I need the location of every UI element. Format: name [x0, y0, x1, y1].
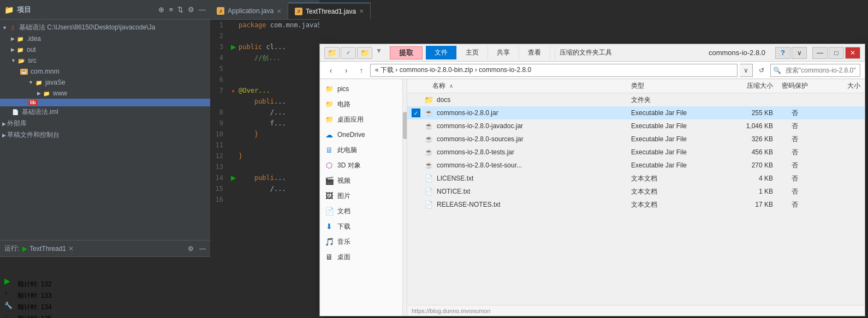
tree-item-idea[interactable]: ▶ 📁 .idea [0, 33, 210, 44]
file-name-release: RELEASE-NOTES.txt [437, 201, 631, 208]
col-header-password[interactable]: 密码保护 [773, 81, 817, 91]
run-gear-icon[interactable]: ⚙ [188, 245, 194, 253]
checkbox-sources[interactable] [412, 135, 420, 143]
sidebar-label-3d: 3D 对象 [337, 161, 361, 170]
col-header-type[interactable]: 类型 [631, 81, 718, 91]
checkbox-license[interactable] [412, 174, 420, 183]
fe-search-input[interactable] [783, 67, 860, 74]
checkbox-docs[interactable] [412, 95, 420, 104]
fe-maximize-btn[interactable]: □ [829, 47, 844, 59]
file-type-javadoc: Executable Jar File [631, 122, 718, 130]
minimize-icon[interactable]: — [199, 5, 206, 14]
file-row-docs[interactable]: 📁 docs 文件夹 [407, 93, 865, 106]
file-name-tests: commons-io-2.8.0-tests.jar [437, 148, 631, 156]
file-row-jar-main[interactable]: ✓ ☕ commons-io-2.8.0.jar Executable Jar … [407, 106, 865, 119]
fe-back-btn[interactable]: ‹ [324, 64, 337, 77]
code-line-8: 8 /... [210, 107, 319, 118]
sidebar-item-desktop-app[interactable]: 📁 桌面应用 [320, 112, 407, 127]
run-play-icon[interactable]: ▶ [4, 277, 13, 285]
file-row-license[interactable]: 📄 LICENSE.txt 文本文档 4 KB 否 [407, 172, 865, 185]
file-row-notice[interactable]: 📄 NOTICE.txt 文本文档 1 KB 否 [407, 185, 865, 198]
file-size-sources: 326 KB [718, 135, 773, 143]
sidebar-item-documents[interactable]: 📄 文档 [320, 203, 407, 219]
fe-address-path[interactable]: « 下载 › commons-io-2.8.0-bin.zip › common… [370, 64, 738, 77]
txt-icon-notice: 📄 [424, 187, 433, 196]
checkbox-test-sour[interactable] [412, 161, 420, 170]
fe-forward-btn[interactable]: › [340, 64, 353, 77]
sidebar-item-pictures[interactable]: 🖼 图片 [320, 188, 407, 203]
run-up-icon[interactable]: ↑ [4, 290, 13, 297]
checkbox-release[interactable] [412, 200, 420, 209]
tree-item-out[interactable]: ▶ 📁 out [0, 44, 210, 55]
tab-share[interactable]: 共享 [488, 46, 519, 59]
jar-icon-test-sour: ☕ [424, 160, 433, 170]
tree-item-javase[interactable]: ▼ 📁 javaSe [0, 77, 210, 88]
code-line-12: 12 } [210, 151, 319, 161]
sidebar-item-pics[interactable]: 📁 pics [320, 81, 407, 97]
fe-up-btn[interactable]: ↑ [355, 64, 368, 77]
tree-item-module[interactable]: ▼ J 基础语法 C:\Users\86150\Desktop\javacode… [0, 22, 210, 33]
list-icon[interactable]: ≡ [169, 5, 173, 14]
tree-item-lib[interactable]: lib [0, 99, 210, 106]
col-header-name[interactable]: 名称 ∧ [432, 81, 631, 91]
sidebar-item-this-pc[interactable]: 🖥 此电脑 [320, 142, 407, 158]
file-row-test-sour[interactable]: ☕ commons-io-2.8.0-test-sour... Executab… [407, 159, 865, 172]
sidebar-item-desktop[interactable]: 🖥 桌面 [320, 249, 407, 265]
sort-icon[interactable]: ⇅ [177, 5, 183, 14]
fe-ribbon-tabs: 文件 主页 共享 查看 压缩的文件夹工具 [426, 46, 699, 59]
sidebar-item-video[interactable]: 🎬 视频 [320, 173, 407, 188]
tab-application-close[interactable]: ✕ [277, 8, 281, 14]
checkbox-jar-main[interactable]: ✓ [412, 109, 420, 117]
file-row-tests[interactable]: ☕ commons-io-2.8.0-tests.jar Executable … [407, 146, 865, 159]
code-line-7: 7 ● @Over... [210, 85, 319, 96]
file-row-sources[interactable]: ☕ commons-io-2.8.0-sources.jar Executabl… [407, 133, 865, 146]
tab-view[interactable]: 查看 [519, 46, 550, 59]
tree-item-scratch[interactable]: ▶ 草稿文件和控制台 [0, 129, 210, 141]
run-tools-icon[interactable]: 🔧 [4, 302, 13, 309]
settings-icon[interactable]: ⚙ [188, 5, 194, 14]
fe-refresh-btn[interactable]: ↺ [755, 64, 768, 77]
tree-item-src[interactable]: ▼ 📂 src [0, 55, 210, 66]
checkbox-tests[interactable] [412, 148, 420, 157]
tree-item-iml[interactable]: 📄 基础语法.iml [0, 106, 210, 118]
globe-icon[interactable]: ⊕ [158, 5, 164, 14]
checkbox-notice[interactable] [412, 187, 420, 196]
fe-sidebar: 📁 pics 📁 电路 📁 桌面应用 ☁ OneDrive 🖥 此电脑 ⬡ [320, 79, 407, 316]
sidebar-item-music[interactable]: 🎵 音乐 [320, 234, 407, 249]
run-tab[interactable]: ▶ TextThread1 ✕ [22, 245, 74, 253]
col-header-size[interactable]: 大小 [817, 81, 860, 91]
tree-item-java-icon[interactable]: ☕ com.mnm [0, 66, 210, 77]
checkbox-javadoc[interactable] [412, 122, 420, 130]
sidebar-item-downloads[interactable]: ⬇ 下载 [320, 219, 407, 234]
extract-button[interactable]: 提取 [390, 46, 423, 59]
run-down-icon[interactable]: ↓ [4, 314, 13, 318]
fe-address-dropdown[interactable]: ∨ [740, 64, 753, 77]
tab-home[interactable]: 主页 [457, 46, 488, 59]
sidebar-item-onedrive[interactable]: ☁ OneDrive [320, 127, 407, 142]
fe-path-text: « 下载 › commons-io-2.8.0-bin.zip › common… [375, 65, 531, 75]
fe-help-btn[interactable]: ? [775, 47, 790, 59]
tree-item-external[interactable]: ▶ 外部库 [0, 118, 210, 129]
tree-label-src: src [28, 57, 37, 64]
file-type-sources: Executable Jar File [631, 135, 718, 143]
tab-textthread-close[interactable]: ✕ [359, 8, 364, 14]
tree-item-www[interactable]: ▶ 📁 www [0, 88, 210, 99]
sidebar-scrollbar[interactable] [402, 79, 407, 316]
tab-application-java[interactable]: J Application.java ✕ [210, 3, 288, 19]
tab-textthread-java[interactable]: J TextThread1.java ✕ [288, 3, 371, 19]
run-side-icons: ▶ ↑ 🔧 ↓ ≡ [4, 277, 13, 318]
fe-chevron-down-btn[interactable]: ∨ [792, 47, 807, 59]
run-tab-close[interactable]: ✕ [68, 245, 74, 253]
file-row-javadoc[interactable]: ☕ commons-io-2.8.0-javadoc.jar Executabl… [407, 119, 865, 133]
fe-close-btn[interactable]: ✕ [845, 47, 860, 59]
tree-label-idea: .idea [27, 35, 41, 43]
run-minimize-icon[interactable]: — [199, 245, 206, 253]
sidebar-item-circuit[interactable]: 📁 电路 [320, 97, 407, 112]
fe-check-icon-title: ✓ [341, 47, 356, 59]
fe-minimize-btn[interactable]: — [812, 47, 828, 59]
tab-file[interactable]: 文件 [426, 46, 457, 59]
sidebar-item-3d[interactable]: ⬡ 3D 对象 [320, 158, 407, 173]
col-header-compressed-size[interactable]: 压缩大小 [718, 81, 773, 91]
file-row-release[interactable]: 📄 RELEASE-NOTES.txt 文本文档 17 KB 否 [407, 198, 865, 211]
editor-content[interactable]: 1 package com.mnm.javaSe.multithreading;… [210, 20, 319, 318]
